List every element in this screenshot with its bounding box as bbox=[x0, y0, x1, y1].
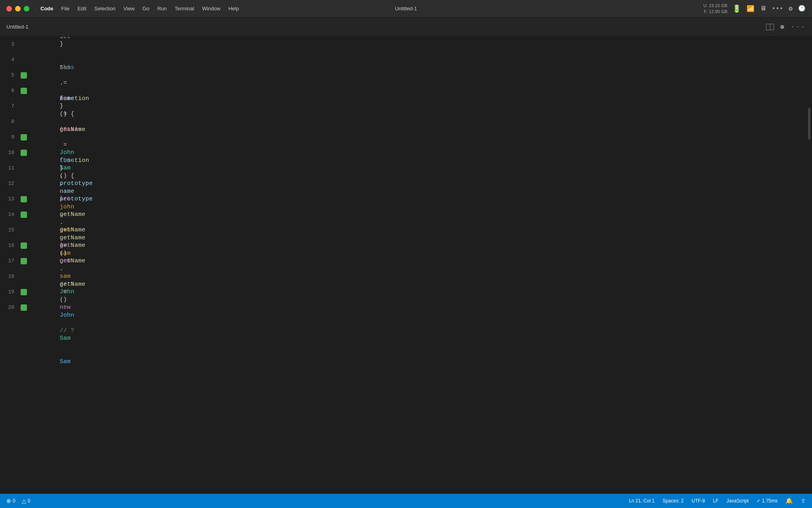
status-warnings[interactable]: △ 0 bbox=[22, 498, 31, 504]
status-errors[interactable]: ⊗ 0 bbox=[6, 498, 15, 504]
code-line-7: 7 } bbox=[0, 98, 806, 114]
tab-bar: Untitled-1 ··· bbox=[0, 17, 812, 37]
menu-extras-icon: ••• bbox=[772, 5, 783, 12]
titlebar-left: Code File Edit Selection View Go Run Ter… bbox=[6, 6, 239, 12]
scrollbar-track[interactable] bbox=[806, 37, 812, 494]
dot: . bbox=[59, 266, 63, 272]
notifications-icon[interactable]: 🔔 bbox=[785, 497, 793, 504]
memory-used: U: 19.10 GB bbox=[703, 3, 728, 8]
titlebar-right: U: 19.10 GB F: 12.90 GB 🔋 📶 🖥 ••• ⚙ 🕐 bbox=[703, 3, 806, 14]
line-number: 10 bbox=[0, 145, 21, 160]
menu-selection[interactable]: Selection bbox=[94, 6, 115, 12]
comment: // ? bbox=[59, 327, 74, 334]
code-line-19: 19 let sam = new Sam bbox=[0, 284, 806, 300]
minimize-button[interactable] bbox=[15, 6, 21, 12]
code-line-3: 3 } bbox=[0, 37, 806, 52]
line-number: 4 bbox=[0, 52, 21, 67]
menu-view[interactable]: View bbox=[123, 6, 134, 12]
breakpoint-active[interactable] bbox=[21, 196, 27, 202]
tab-actions: ··· bbox=[766, 23, 806, 31]
breakpoint-empty[interactable] bbox=[21, 181, 27, 187]
code-line-5: 5 let Sam = function () { bbox=[0, 67, 806, 83]
more-options-icon[interactable]: ··· bbox=[791, 23, 806, 31]
encoding-label: UTF-8 bbox=[691, 498, 705, 504]
breakpoint-empty[interactable] bbox=[21, 165, 27, 171]
menu-terminal[interactable]: Terminal bbox=[175, 6, 194, 12]
breakpoint-empty[interactable] bbox=[21, 273, 27, 280]
line-number: 14 bbox=[0, 207, 21, 222]
line-number: 5 bbox=[0, 67, 21, 83]
language-mode[interactable]: JavaScript bbox=[726, 498, 749, 504]
menu-go[interactable]: Go bbox=[142, 6, 149, 12]
menu-window[interactable]: Window bbox=[202, 6, 220, 12]
var-name: john bbox=[59, 204, 74, 210]
file-encoding[interactable]: UTF-8 bbox=[691, 498, 705, 504]
menu-help[interactable]: Help bbox=[228, 6, 239, 12]
cursor-position[interactable]: Ln 21, Col 1 bbox=[629, 498, 655, 504]
editor-area: 3 } 4 5 let Sam = function () { bbox=[0, 37, 812, 494]
error-icon: ⊗ bbox=[6, 498, 11, 504]
breakpoint-empty[interactable] bbox=[21, 41, 27, 48]
var-name: sam bbox=[59, 250, 71, 257]
perf-label: ✓ 1.75ms bbox=[756, 498, 778, 504]
menu-edit[interactable]: Edit bbox=[77, 6, 86, 12]
code-line-12: 12 bbox=[0, 176, 806, 191]
breakpoint-active[interactable] bbox=[21, 242, 27, 249]
remote-ssh-icon: ⇧ bbox=[801, 498, 806, 504]
status-bar-right: Ln 21, Col 1 Spaces: 2 UTF-8 LF JavaScri… bbox=[629, 497, 806, 504]
line-number: 16 bbox=[0, 238, 21, 253]
status-bar-left: ⊗ 0 △ 0 bbox=[6, 498, 619, 504]
code-line-13: 13 John . prototype . getName = getName bbox=[0, 191, 806, 207]
breakpoint-empty[interactable] bbox=[21, 119, 27, 125]
maximize-button[interactable] bbox=[24, 6, 29, 12]
code-line-6: 6 this . name = 'Sam' bbox=[0, 83, 806, 98]
breakpoint-active[interactable] bbox=[21, 150, 27, 156]
line-number: 6 bbox=[0, 83, 21, 98]
airplay-icon: 🖥 bbox=[760, 5, 766, 12]
breakpoint-active[interactable] bbox=[21, 212, 27, 218]
code-line-4: 4 bbox=[0, 52, 806, 67]
breakpoint-active[interactable] bbox=[21, 304, 27, 311]
titlebar: Code File Edit Selection View Go Run Ter… bbox=[0, 0, 812, 17]
breakpoint-empty[interactable] bbox=[21, 227, 27, 233]
menu-run[interactable]: Run bbox=[157, 6, 167, 12]
position-label: Ln 21, Col 1 bbox=[629, 498, 655, 504]
breakpoint-active[interactable] bbox=[21, 88, 27, 94]
result-value: Sam bbox=[59, 358, 71, 365]
line-number: 19 bbox=[0, 284, 21, 300]
code-line-8: 8 bbox=[0, 114, 806, 129]
close-button[interactable] bbox=[6, 6, 12, 12]
split-editor-icon[interactable] bbox=[766, 24, 774, 30]
scrollbar-thumb[interactable] bbox=[808, 108, 810, 140]
breakpoint-empty[interactable] bbox=[21, 57, 27, 63]
indent bbox=[59, 111, 74, 117]
code-line-10: 10 return this . name bbox=[0, 145, 806, 160]
line-ending[interactable]: LF bbox=[713, 498, 718, 504]
line-number: 15 bbox=[0, 222, 21, 238]
breakpoint-active[interactable] bbox=[21, 72, 27, 79]
line-number: 11 bbox=[0, 160, 21, 176]
code-line-18: 18 bbox=[0, 269, 806, 284]
space bbox=[59, 343, 67, 350]
clock-icon: 🕐 bbox=[798, 5, 806, 12]
line-number: 9 bbox=[0, 129, 21, 145]
status-bar: ⊗ 0 △ 0 Ln 21, Col 1 Spaces: 2 UTF-8 LF … bbox=[0, 494, 812, 508]
method-call: getName bbox=[59, 281, 85, 288]
breakpoint-active[interactable] bbox=[21, 258, 27, 264]
menu-file[interactable]: File bbox=[61, 6, 70, 12]
remote-icon[interactable]: ⇧ bbox=[801, 498, 806, 504]
line-number: 7 bbox=[0, 98, 21, 114]
titlebar-icons: 🔋 📶 🖥 ••• ⚙ 🕐 bbox=[732, 4, 806, 13]
error-count: 0 bbox=[13, 498, 15, 504]
breakpoint-active[interactable] bbox=[21, 134, 27, 140]
indent-size[interactable]: Spaces: 2 bbox=[663, 498, 684, 504]
line-number: 8 bbox=[0, 114, 21, 129]
menu-code[interactable]: Code bbox=[40, 6, 54, 12]
line-number: 13 bbox=[0, 191, 21, 207]
breakpoint-empty[interactable] bbox=[21, 103, 27, 110]
breakpoint-active[interactable] bbox=[21, 289, 27, 295]
warning-count: 0 bbox=[28, 498, 31, 504]
space bbox=[59, 312, 63, 319]
control-center-icon: ⚙ bbox=[789, 5, 793, 13]
bell-icon: 🔔 bbox=[785, 497, 793, 504]
